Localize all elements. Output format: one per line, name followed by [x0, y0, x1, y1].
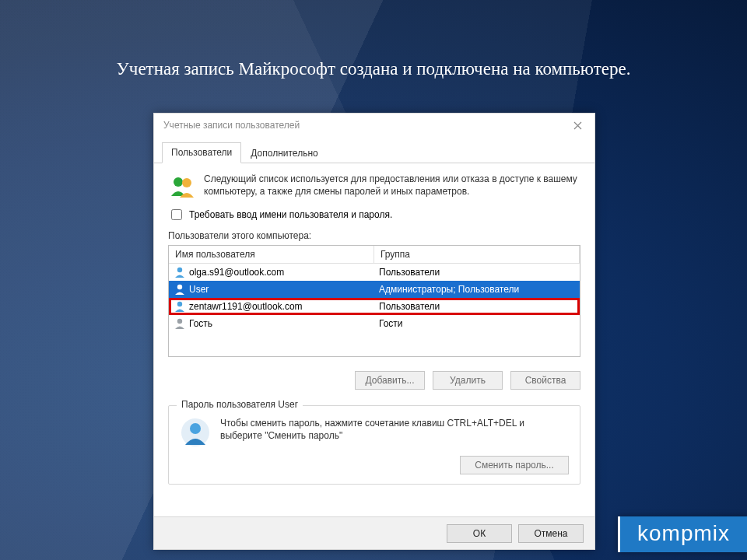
- col-username[interactable]: Имя пользователя: [169, 246, 374, 263]
- list-row[interactable]: olga.s91@outlook.com Пользователи: [169, 264, 580, 281]
- titlebar: Учетные записи пользователей: [154, 114, 594, 137]
- cell-group: Пользователи: [374, 299, 580, 314]
- tabstrip: Пользователи Дополнительно: [154, 137, 594, 163]
- remove-button[interactable]: Удалить: [433, 371, 503, 390]
- window-title: Учетные записи пользователей: [163, 120, 300, 131]
- list-row[interactable]: User Администраторы; Пользователи: [169, 281, 580, 298]
- svg-point-3: [177, 285, 182, 289]
- ok-button[interactable]: ОК: [447, 524, 512, 543]
- users-pair-icon: [168, 173, 196, 201]
- user-avatar-icon: [180, 417, 211, 448]
- cell-username: zentawr1191@outlook.com: [189, 301, 303, 312]
- tab-advanced[interactable]: Дополнительно: [241, 143, 327, 163]
- cancel-button[interactable]: Отмена: [518, 524, 584, 543]
- svg-point-1: [182, 178, 191, 187]
- list-row[interactable]: Гость Гости: [169, 315, 580, 332]
- password-group: Пароль пользователя User Чтобы сменить п…: [168, 405, 580, 485]
- change-password-button[interactable]: Сменить пароль...: [460, 456, 569, 474]
- list-row-highlighted[interactable]: zentawr1191@outlook.com Пользователи: [169, 298, 580, 315]
- users-listview[interactable]: Имя пользователя Группа olga.s91@outlook…: [168, 245, 580, 357]
- cell-group: Пользователи: [374, 264, 580, 280]
- add-button[interactable]: Добавить...: [355, 371, 425, 390]
- group-text: Чтобы сменить пароль, нажмите сочетание …: [220, 417, 569, 442]
- cell-group: Администраторы; Пользователи: [374, 282, 580, 297]
- intro-text: Следующий список используется для предос…: [204, 173, 580, 201]
- user-icon: [174, 300, 186, 313]
- group-legend: Пароль пользователя User: [177, 399, 303, 410]
- intro-block: Следующий список используется для предос…: [168, 173, 580, 201]
- svg-point-5: [177, 319, 182, 324]
- svg-point-2: [177, 268, 182, 272]
- cell-username: Гость: [189, 318, 212, 329]
- cell-username: olga.s91@outlook.com: [189, 267, 284, 278]
- tab-users[interactable]: Пользователи: [162, 142, 241, 163]
- svg-point-0: [174, 177, 183, 187]
- close-button[interactable]: [566, 116, 588, 135]
- svg-point-7: [190, 423, 201, 434]
- require-login-label: Требовать ввод имени пользователя и паро…: [189, 209, 392, 220]
- list-actions: Добавить... Удалить Свойства: [168, 371, 580, 390]
- users-label: Пользователи этого компьютера:: [168, 230, 580, 241]
- user-accounts-dialog: Учетные записи пользователей Пользовател…: [153, 113, 595, 550]
- cell-group: Гости: [374, 316, 580, 331]
- watermark: kompmix: [618, 516, 747, 552]
- dialog-footer: ОК Отмена: [154, 516, 594, 549]
- slide-caption: Учетная запись Майкрософт создана и подк…: [0, 59, 747, 79]
- user-icon: [174, 266, 186, 278]
- user-icon: [174, 317, 186, 330]
- require-login-checkbox[interactable]: [171, 209, 182, 220]
- col-group[interactable]: Группа: [374, 246, 580, 263]
- tab-content: Следующий список используется для предос…: [154, 163, 594, 485]
- cell-username: User: [189, 284, 209, 295]
- svg-point-4: [177, 302, 182, 306]
- close-icon: [573, 121, 582, 130]
- require-login-row[interactable]: Требовать ввод имени пользователя и паро…: [168, 207, 580, 222]
- properties-button[interactable]: Свойства: [510, 371, 580, 390]
- user-icon: [174, 283, 186, 296]
- list-header: Имя пользователя Группа: [169, 246, 580, 264]
